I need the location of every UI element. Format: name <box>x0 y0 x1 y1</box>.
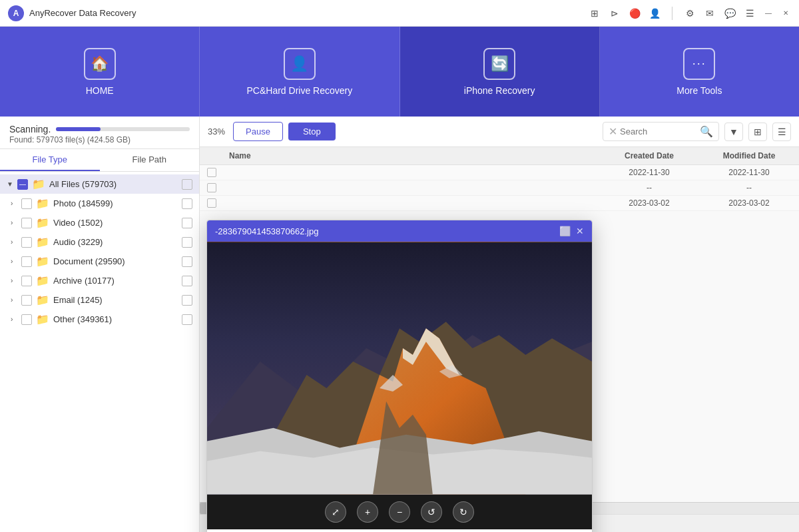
stop-button[interactable]: Stop <box>288 123 336 140</box>
tree-arrow-archive: › <box>11 277 21 284</box>
toolbar: 33% Pause Stop ✕ 🔍 ▼ ⊞ ☰ <box>200 117 799 147</box>
modal-restore-button[interactable]: ⬜ <box>559 226 571 236</box>
tree-checkbox-right-other[interactable] <box>182 314 192 325</box>
folder-icon-photo: 📁 <box>36 197 49 210</box>
row-check-3[interactable] <box>200 198 224 208</box>
tree-check-all[interactable]: — <box>17 179 28 190</box>
folder-icon-email: 📁 <box>36 294 49 306</box>
modal-close-button[interactable]: ✕ <box>576 226 584 236</box>
nav-label-pc-recovery: PC&Hard Drive Recovery <box>247 85 353 96</box>
pc-recovery-icon: 👤 <box>284 48 316 80</box>
tree-item-video[interactable]: › 📁 Video (1502) <box>0 213 199 232</box>
tree-check-audio[interactable] <box>21 237 32 248</box>
nav-label-more-tools: More Tools <box>676 85 722 96</box>
share-icon[interactable]: ⊳ <box>608 7 621 20</box>
tab-file-type[interactable]: File Type <box>0 149 100 171</box>
tree-label-archive: Archive (10177) <box>53 276 182 286</box>
tree-check-email[interactable] <box>21 295 32 306</box>
close-button[interactable]: ✕ <box>780 8 791 19</box>
header-check <box>200 151 224 160</box>
tree-item-audio[interactable]: › 📁 Audio (3229) <box>0 232 199 252</box>
settings-icon[interactable]: ⚙ <box>683 7 696 20</box>
modal-toolbar: ⤢ + − ↺ ↻ <box>207 495 592 529</box>
tree-checkbox-right-photo[interactable] <box>182 198 192 209</box>
modal-title: -283679041453870662.jpg <box>215 226 318 236</box>
rotate-left-icon[interactable]: ↺ <box>421 501 442 523</box>
chat-icon[interactable]: 💬 <box>723 7 736 20</box>
progress-text: 33% <box>208 127 225 136</box>
tree-check-photo[interactable] <box>21 198 32 209</box>
tree-item-photo[interactable]: › 📁 Photo (184599) <box>0 194 199 213</box>
nav-label-home: HOME <box>86 85 114 96</box>
table-row[interactable]: 2023-03-02 2023-03-02 <box>200 196 799 211</box>
scan-progress-bar <box>56 127 190 131</box>
tree-check-video[interactable] <box>21 218 32 228</box>
title-bar: A AnyRecover Data Recovery ⊞ ⊳ 🔴 👤 ⚙ ✉ 💬… <box>0 0 799 27</box>
modal-controls: ⬜ ✕ <box>559 226 584 236</box>
user-icon[interactable]: 👤 <box>648 7 661 20</box>
modal-titlebar: -283679041453870662.jpg ⬜ ✕ <box>207 220 592 242</box>
tree-label-video: Video (1502) <box>53 218 182 228</box>
tree-check-archive[interactable] <box>21 276 32 286</box>
tree-item-all-files[interactable]: ▼ — 📁 All Files (579703) <box>0 174 199 194</box>
rotate-right-icon[interactable]: ↻ <box>453 501 474 523</box>
search-icon[interactable]: 🔍 <box>700 125 713 138</box>
nav-label-iphone-recovery: iPhone Recovery <box>464 85 535 96</box>
sidebar-tabs: File Type File Path <box>0 149 199 172</box>
tree-checkbox-right-audio[interactable] <box>182 237 192 248</box>
tree-item-document[interactable]: › 📁 Document (29590) <box>0 252 199 271</box>
list-view-icon[interactable]: ☰ <box>772 123 791 141</box>
discord-icon[interactable]: ⊞ <box>588 7 601 20</box>
modal-image <box>207 242 592 495</box>
sidebar: Scanning. Found: 579703 file(s) (424.58 … <box>0 117 200 532</box>
header-created-date: Created Date <box>599 151 699 160</box>
file-tree: ▼ — 📁 All Files (579703) › 📁 Photo (1845… <box>0 172 199 532</box>
table-row[interactable]: 2022-11-30 2022-11-30 <box>200 165 799 180</box>
row-check-1[interactable] <box>200 168 224 177</box>
iphone-recovery-icon: 🔄 <box>483 48 515 80</box>
tree-checkbox-right-document[interactable] <box>182 256 192 267</box>
filter-icon[interactable]: ▼ <box>724 123 743 141</box>
row-modified-2: -- <box>699 183 799 192</box>
fullscreen-icon[interactable]: ⤢ <box>325 501 346 523</box>
more-tools-icon: ··· <box>683 48 715 80</box>
row-check-2[interactable] <box>200 183 224 192</box>
tree-item-email[interactable]: › 📁 Email (1245) <box>0 290 199 310</box>
tree-check-document[interactable] <box>21 256 32 267</box>
tree-check-other[interactable] <box>21 314 32 325</box>
clear-search-icon[interactable]: ✕ <box>609 125 617 138</box>
search-box: ✕ 🔍 <box>603 122 719 141</box>
minimize-button[interactable]: — <box>763 8 774 19</box>
folder-icon-document: 📁 <box>36 255 49 268</box>
tree-arrow-email: › <box>11 296 21 304</box>
row-created-2: -- <box>599 183 699 192</box>
zoom-in-icon[interactable]: + <box>357 501 378 523</box>
zoom-out-icon[interactable]: − <box>389 501 410 523</box>
menu-icon[interactable]: ☰ <box>743 7 756 20</box>
nav-item-more-tools[interactable]: ··· More Tools <box>600 27 799 117</box>
bug-icon[interactable]: 🔴 <box>628 7 641 20</box>
tree-label-other: Other (349361) <box>53 314 182 324</box>
table-row[interactable]: -- -- <box>200 180 799 196</box>
tree-checkbox-right-all[interactable] <box>182 179 192 190</box>
scan-progress-fill <box>56 127 100 131</box>
mail-icon[interactable]: ✉ <box>703 7 716 20</box>
tree-checkbox-right-archive[interactable] <box>182 276 192 286</box>
folder-icon-archive: 📁 <box>36 274 49 287</box>
nav-item-home[interactable]: 🏠 HOME <box>0 27 200 117</box>
header-modified-date: Modified Date <box>699 151 799 160</box>
grid-view-icon[interactable]: ⊞ <box>748 123 767 141</box>
tree-label-all: All Files (579703) <box>49 179 182 189</box>
search-input[interactable] <box>620 127 700 136</box>
tab-file-path[interactable]: File Path <box>100 149 200 171</box>
tree-checkbox-right-video[interactable] <box>182 218 192 228</box>
nav-item-iphone-recovery[interactable]: 🔄 iPhone Recovery <box>400 27 600 117</box>
tree-item-archive[interactable]: › 📁 Archive (10177) <box>0 271 199 290</box>
app-title: AnyRecover Data Recovery <box>29 8 588 18</box>
tree-item-other[interactable]: › 📁 Other (349361) <box>0 310 199 329</box>
modal-footer: Recover <box>207 529 592 532</box>
nav-item-pc-recovery[interactable]: 👤 PC&Hard Drive Recovery <box>200 27 400 117</box>
pause-button[interactable]: Pause <box>233 122 283 141</box>
preview-modal: -283679041453870662.jpg ⬜ ✕ <box>206 220 593 532</box>
tree-checkbox-right-email[interactable] <box>182 295 192 306</box>
